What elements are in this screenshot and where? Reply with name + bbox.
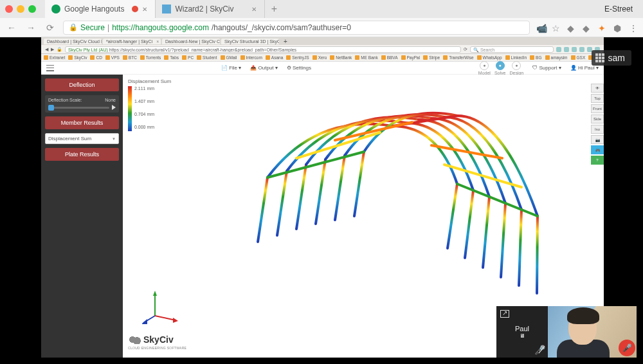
member-results-button[interactable]: Member Results [45,116,119,129]
ext-icon[interactable] [579,47,584,52]
bookmark-item[interactable]: Xero [312,55,327,60]
self-name: Paul [515,325,529,332]
hangouts-favicon-icon [51,5,60,14]
forward-button[interactable]: → [24,21,37,34]
bookmark-item[interactable]: Asana [266,55,283,60]
camera-icon[interactable]: 📹 [536,23,545,32]
settings-menu[interactable]: ⚙ Settings [287,65,311,71]
extension-icon[interactable]: ◆ [583,23,592,32]
file-menu[interactable]: 📄 File ▾ [221,65,241,71]
inner-tab[interactable]: Dashboard | SkyCiv Cloud E× [44,39,102,44]
svg-line-8 [483,197,489,268]
hamburger-icon[interactable] [46,65,54,71]
bookmark-item[interactable]: NetBank [330,55,352,60]
bookmark-item[interactable]: GMail [221,55,237,60]
address-bar[interactable]: 🔒 Secure | https://hangouts.google.com/h… [63,21,530,35]
url-host: https://hangouts.google.com [112,23,209,32]
help-button[interactable]: ? [591,156,604,165]
bookmark-item[interactable]: Stripe [423,55,440,60]
bookmark-item[interactable]: Intercom [240,55,262,60]
visibility-button[interactable]: 👁 [591,84,604,93]
inner-tab[interactable]: *aircraft-hanger | SkyCi× [103,39,161,44]
play-animation-icon[interactable] [112,105,116,110]
inner-back-icon[interactable]: ◀ [45,47,48,52]
view-front-button[interactable]: Front [591,104,604,113]
user-menu[interactable]: 👤 Hi Paul ▾ [570,65,599,71]
participant-name: sam [608,53,625,63]
deflection-slider[interactable] [48,107,109,109]
participant-badge[interactable]: sam [592,50,631,66]
bookmark-item[interactable]: CD [90,55,102,60]
bookmark-item[interactable]: SentryJS [286,55,309,60]
mode-solve[interactable]: ●Solve [494,61,506,75]
bookmark-item[interactable]: BBVA [381,55,398,60]
profile-label[interactable]: E-Street [604,5,638,14]
inner-reload-icon[interactable]: ⟳ [464,47,467,52]
inner-new-tab[interactable]: + [280,37,291,46]
extension-icon[interactable]: ◆ [567,23,576,32]
inner-tab[interactable]: Dashboard-New | SkyCiv Ci× [162,39,220,44]
star-icon[interactable]: ☆ [552,23,561,32]
bookmark-item[interactable]: BTC [123,55,137,60]
support-menu[interactable]: 🛡 Support ▾ [532,65,561,71]
screenshot-button[interactable]: 📷 [591,135,604,144]
bookmark-item[interactable]: PC [182,55,194,60]
view-toolbar: 👁 Top Front Side Iso 📷 🎮 ? [591,84,604,165]
extension-icon[interactable]: ⬢ [613,23,622,32]
minimize-window-icon[interactable] [17,5,24,13]
browser-tab-skyciv[interactable]: Wizard2 | SkyCiv ✕ [156,0,265,18]
bookmark-item[interactable]: PayPal [401,55,421,60]
mode-model[interactable]: ●Model [478,61,491,75]
maximize-window-icon[interactable] [28,5,36,13]
reload-button[interactable]: ⟳ [44,21,57,34]
svg-line-11 [537,216,538,293]
deflection-button[interactable]: Deflection [45,78,119,91]
plate-results-button[interactable]: Plate Results [45,148,119,161]
mic-muted-icon: 🎤̸ [534,345,545,355]
inner-fwd-icon[interactable]: ▶ [51,47,54,52]
mode-design[interactable]: ●Design [509,61,523,75]
svg-marker-20 [153,291,157,296]
bookmark-item[interactable]: amaysim [545,55,568,60]
camera-thumbnail[interactable]: 🎤 [548,306,637,358]
ext-icon[interactable] [572,47,577,52]
result-type-select[interactable]: Displacement Sum▼ [45,133,119,144]
browser-tab-hangouts[interactable]: Google Hangouts ✕ [45,0,156,18]
structural-model [219,87,566,306]
bookmark-item[interactable]: SkyCiv [68,55,87,60]
svg-line-17 [267,152,364,177]
extension-icon[interactable]: ✦ [598,23,607,32]
ext-icon[interactable] [564,47,569,52]
output-menu[interactable]: 📤 Output ▾ [250,65,277,71]
ext-icon[interactable] [556,47,561,52]
inner-tab[interactable]: SkyCiv Structural 3D | SkyC× [221,39,279,44]
url-path: /hangouts/_/skyciv.com/sam?authuser=0 [212,23,351,32]
back-button[interactable]: ← [5,21,18,34]
menu-icon[interactable]: ⋮ [629,23,638,32]
inner-address-bar[interactable]: SkyCiv Pty Ltd (AU) https://skyciv.com/s… [65,46,461,53]
close-window-icon[interactable] [5,5,13,13]
bookmark-item[interactable]: WhatsApp [477,55,502,60]
view-top-button[interactable]: Top [591,94,604,103]
bookmark-item[interactable]: ME Bank [355,55,377,60]
svg-line-5 [354,152,364,216]
bookmark-item[interactable]: Extranet [44,55,65,60]
self-view-thumbnail[interactable]: Paul 🖥 🎤̸ [496,306,548,358]
bookmark-item[interactable]: VPS [105,55,120,60]
bookmark-item[interactable]: Torrents [140,55,161,60]
inner-search[interactable]: 🔍 Search [470,46,554,53]
bookmark-item[interactable]: GSX [571,55,586,60]
close-tab-icon[interactable]: ✕ [251,6,258,12]
bookmark-item[interactable]: TransferWise [443,55,473,60]
controls-button[interactable]: 🎮 [591,145,604,154]
bookmark-item[interactable]: Student [197,55,217,60]
close-tab-icon[interactable]: ✕ [142,6,149,12]
bookmark-item[interactable]: Tabs [164,55,179,60]
mute-mic-button[interactable]: 🎤 [619,340,635,356]
bookmark-item[interactable]: BG [530,55,541,60]
new-tab-button[interactable]: + [265,0,283,18]
bookmark-item[interactable]: LinkedIn [505,55,527,60]
view-iso-button[interactable]: Iso [591,125,604,134]
view-side-button[interactable]: Side [591,114,604,123]
window-controls[interactable] [5,5,36,13]
